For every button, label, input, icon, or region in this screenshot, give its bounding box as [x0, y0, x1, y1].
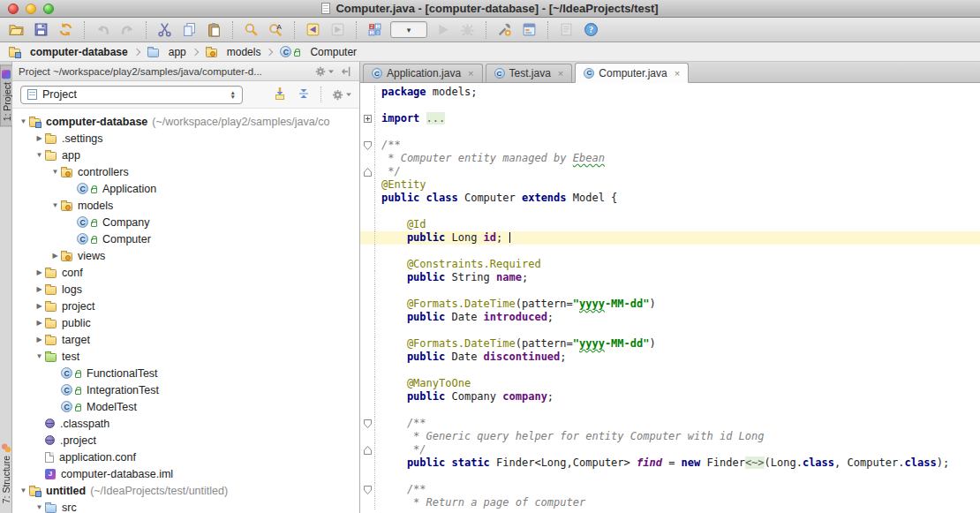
tree-item-public[interactable]: ▶public [12, 314, 359, 331]
expand-arrow-icon[interactable]: ▼ [34, 503, 45, 511]
editor-tab-Computer.java[interactable]: CComputer.java× [575, 63, 689, 83]
tree-item-target[interactable]: ▶target [12, 331, 359, 348]
run-configuration-combo[interactable]: ▾ [390, 21, 427, 38]
tree-item-FunctionalTest[interactable]: CFunctionalTest [12, 365, 359, 381]
tree-item-controllers[interactable]: ▼controllers [12, 163, 359, 180]
code-line[interactable] [360, 470, 980, 483]
expand-arrow-icon[interactable]: ▼ [34, 151, 45, 159]
code-line[interactable]: public class Computer extends Model { [360, 192, 980, 205]
tree-item-IntegrationTest[interactable]: CIntegrationTest [12, 381, 359, 398]
code-line[interactable]: public Date discontinued; [360, 351, 980, 364]
redo-icon[interactable] [118, 20, 137, 39]
breadcrumb-app[interactable]: app [147, 46, 186, 58]
tool-window-tab-project[interactable]: 1: Project [0, 64, 12, 126]
tree-item-untitled[interactable]: ▼untitled(~/IdeaProjects/test/untitled) [12, 482, 359, 499]
export-icon[interactable] [557, 20, 576, 39]
zoom-window-button[interactable] [43, 4, 54, 14]
tree-item-test[interactable]: ▼test [12, 348, 359, 365]
config-grid-icon[interactable]: 2110 [366, 20, 384, 39]
collapse-all-icon[interactable] [297, 87, 311, 103]
expand-arrow-icon[interactable]: ▶ [34, 336, 45, 343]
breadcrumb-computer-database[interactable]: computer-database [9, 46, 128, 58]
fold-marker-icon[interactable] [360, 165, 375, 178]
copy-icon[interactable] [180, 20, 199, 39]
tree-item-views[interactable]: ▶views [12, 247, 359, 264]
tree-item-application.conf[interactable]: application.conf [12, 449, 359, 465]
tree-item-conf[interactable]: ▶conf [12, 264, 359, 281]
tree-item-.classpath[interactable]: .classpath [12, 415, 359, 432]
tab-close-icon[interactable]: × [558, 68, 563, 79]
tree-settings-gear-icon[interactable] [331, 88, 351, 102]
expand-arrow-icon[interactable]: ▼ [49, 168, 61, 176]
cut-icon[interactable] [155, 20, 174, 39]
code-line[interactable] [360, 324, 980, 337]
code-editor[interactable]: package models;import .../** * Computer … [360, 83, 980, 513]
tree-item-.project[interactable]: .project [12, 432, 359, 449]
code-line[interactable]: * Generic query helper for entity Comput… [360, 430, 980, 443]
code-line[interactable]: @Formats.DateTime(pattern="yyyy-MM-dd") [360, 337, 980, 351]
expand-arrow-icon[interactable]: ▶ [34, 268, 45, 276]
settings-icon[interactable] [495, 20, 514, 39]
expand-arrow-icon[interactable]: ▼ [49, 201, 61, 209]
expand-arrow-icon[interactable]: ▼ [18, 117, 29, 125]
save-icon[interactable] [32, 20, 50, 39]
code-line[interactable]: @Id [360, 218, 980, 231]
expand-arrow-icon[interactable]: ▼ [34, 352, 45, 360]
expand-arrow-icon[interactable]: ▶ [34, 134, 45, 142]
tree-item-models[interactable]: ▼models [12, 197, 359, 214]
fold-marker-icon[interactable] [360, 139, 375, 152]
tree-item-computer-database[interactable]: ▼computer-database(~/workspace/play2/sam… [12, 113, 359, 130]
expand-arrow-icon[interactable]: ▼ [18, 487, 29, 494]
code-line[interactable]: @Formats.DateTime(pattern="yyyy-MM-dd") [360, 298, 980, 311]
run-icon[interactable] [433, 20, 452, 39]
view-selector-dropdown[interactable]: Project ▲▼ [20, 86, 243, 104]
fold-marker-icon[interactable] [360, 112, 375, 125]
hide-panel-icon[interactable] [341, 65, 353, 78]
tree-item-src[interactable]: ▼src [12, 499, 359, 513]
paste-icon[interactable] [205, 20, 223, 39]
tree-item-logs[interactable]: ▶logs [12, 281, 359, 298]
tree-item-app[interactable]: ▼app [12, 147, 359, 163]
expand-arrow-icon[interactable]: ▶ [34, 285, 45, 293]
back-icon[interactable] [304, 20, 322, 39]
code-line[interactable]: */ [360, 165, 980, 178]
fold-marker-icon[interactable] [360, 417, 375, 430]
editor-tab-Application.java[interactable]: CApplication.java× [363, 64, 483, 82]
tool-window-tab-structure[interactable]: 7: Structure [0, 439, 12, 508]
code-line[interactable]: * Return a page of computer [360, 496, 980, 509]
expand-arrow-icon[interactable]: ▶ [49, 252, 61, 260]
expand-arrow-icon[interactable]: ▶ [34, 302, 45, 310]
code-line[interactable]: package models; [360, 86, 980, 99]
code-line[interactable] [360, 404, 980, 417]
undo-icon[interactable] [94, 20, 112, 39]
code-line[interactable] [360, 125, 980, 139]
sync-icon[interactable] [57, 20, 75, 39]
code-line[interactable]: public Company company; [360, 390, 980, 404]
code-line[interactable]: * Computer entity managed by Ebean [360, 152, 980, 165]
tab-close-icon[interactable]: × [675, 68, 680, 79]
debug-icon[interactable] [458, 20, 477, 39]
project-structure-icon[interactable] [520, 20, 539, 39]
tree-item-.settings[interactable]: ▶.settings [12, 130, 359, 147]
code-line[interactable]: @ManyToOne [360, 377, 980, 390]
tree-item-project[interactable]: ▶project [12, 298, 359, 314]
code-line[interactable]: /** [360, 139, 980, 152]
code-line[interactable]: public static Finder<Long,Computer> find… [360, 456, 980, 470]
code-line[interactable]: import ... [360, 112, 980, 125]
code-line[interactable]: public Date introduced; [360, 311, 980, 324]
tree-item-computer-database.iml[interactable]: Jcomputer-database.iml [12, 465, 359, 482]
code-line[interactable] [360, 245, 980, 258]
code-line[interactable]: @Constraints.Required [360, 258, 980, 271]
minimize-window-button[interactable] [26, 4, 36, 14]
fold-marker-icon[interactable] [360, 443, 375, 456]
code-line[interactable]: @Entity [360, 178, 980, 192]
tree-item-Application[interactable]: CApplication [12, 180, 359, 197]
find-icon[interactable] [242, 20, 260, 39]
tree-item-ModelTest[interactable]: CModelTest [12, 398, 359, 415]
code-line[interactable] [360, 205, 980, 218]
panel-settings-gear-icon[interactable] [314, 65, 334, 78]
code-line[interactable] [360, 99, 980, 112]
breadcrumb-models[interactable]: models [206, 46, 261, 58]
code-line[interactable] [360, 284, 980, 298]
open-icon[interactable] [7, 20, 26, 39]
